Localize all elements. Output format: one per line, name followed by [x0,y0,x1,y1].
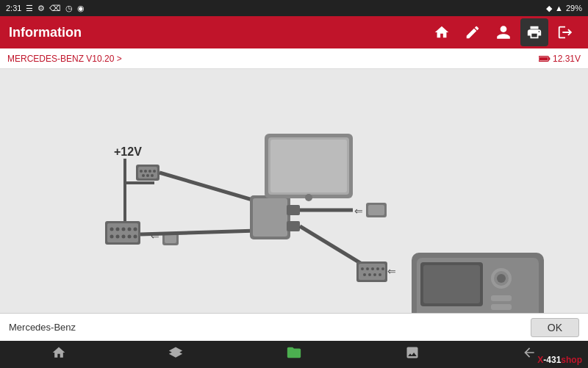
svg-point-45 [366,267,369,270]
svg-point-57 [305,194,312,201]
brand-logo: X-431shop [537,355,582,365]
svg-point-15 [151,174,154,177]
svg-point-20 [116,228,120,231]
nav-bar: X-431shop [0,341,588,368]
svg-point-46 [371,267,374,270]
battery-icon [539,54,551,63]
svg-rect-1 [548,57,550,59]
svg-text:⇐: ⇐ [387,265,396,277]
svg-point-50 [368,273,371,276]
nav-layers-icon[interactable] [168,345,183,364]
svg-point-51 [373,273,376,276]
person-button[interactable] [490,18,517,46]
nav-back-icon[interactable] [522,345,537,364]
signal-bars: ▲ [555,4,563,12]
svg-point-12 [153,170,156,173]
nav-image-icon[interactable] [405,345,420,364]
svg-point-47 [376,267,379,270]
breadcrumb: MERCEDES-BENZ V10.20 > [7,54,122,64]
svg-point-44 [361,267,364,270]
settings-icon: ⚙ [37,4,45,13]
alarm-icon: ◷ [65,4,73,13]
svg-rect-56 [270,140,347,192]
svg-point-10 [144,170,147,173]
svg-point-11 [148,170,151,173]
svg-rect-36 [287,221,300,231]
svg-point-26 [122,235,126,239]
svg-point-9 [140,170,143,173]
svg-point-49 [363,273,366,276]
toolbar-icons [428,18,579,46]
svg-point-52 [379,273,381,276]
connection-diagram: +12V ⇐ [0,69,588,313]
bottom-bar: Mercedes-Benz OK [0,313,588,341]
svg-rect-61 [423,265,480,303]
svg-rect-34 [253,198,287,237]
status-right: ◆ ▲ 29% [546,4,582,13]
svg-rect-43 [359,264,385,280]
ok-button[interactable]: OK [531,318,579,337]
svg-rect-40 [368,205,384,215]
usb-icon: ⌫ [49,4,61,13]
svg-point-25 [116,235,120,239]
svg-rect-18 [107,223,138,242]
svg-point-14 [146,174,149,177]
extra-icon: ◉ [77,4,85,13]
svg-point-48 [381,267,384,270]
print-button[interactable] [520,18,548,46]
toolbar: Information [0,16,588,48]
main-content: +12V ⇐ [0,69,588,313]
svg-rect-31 [165,234,176,243]
svg-point-28 [134,235,137,239]
status-left: 2:31 ☰ ⚙ ⌫ ◷ ◉ [6,4,85,13]
svg-point-22 [128,228,132,231]
nav-folder-icon[interactable] [286,344,302,364]
vehicle-label: Mercedes-Benz [9,322,76,333]
svg-text:⇐: ⇐ [354,205,363,217]
svg-rect-2 [539,57,548,60]
breadcrumb-bar: MERCEDES-BENZ V10.20 > 12.31V [0,48,588,69]
svg-point-64 [497,274,506,283]
time-display: 2:31 [6,4,21,12]
signal-icon: ☰ [26,4,33,13]
nav-home-icon[interactable] [51,345,66,364]
svg-rect-65 [491,295,512,301]
edit-button[interactable] [459,18,487,46]
svg-point-24 [110,235,114,239]
svg-point-13 [142,174,145,177]
svg-point-21 [122,228,126,231]
status-bar: 2:31 ☰ ⚙ ⌫ ◷ ◉ ◆ ▲ 29% [0,0,588,16]
svg-point-27 [128,235,132,239]
battery-status: 29% [566,4,582,12]
exit-button[interactable] [551,18,579,46]
svg-rect-66 [491,304,512,310]
wifi-icon: ◆ [546,4,552,13]
voltage-label: +12V [114,145,142,158]
svg-rect-35 [287,205,300,215]
home-button[interactable] [428,18,456,46]
svg-point-19 [110,228,114,231]
battery-voltage: 12.31V [553,54,581,64]
battery-info: 12.31V [539,54,581,64]
svg-point-23 [134,228,137,231]
page-title: Information [9,25,82,40]
